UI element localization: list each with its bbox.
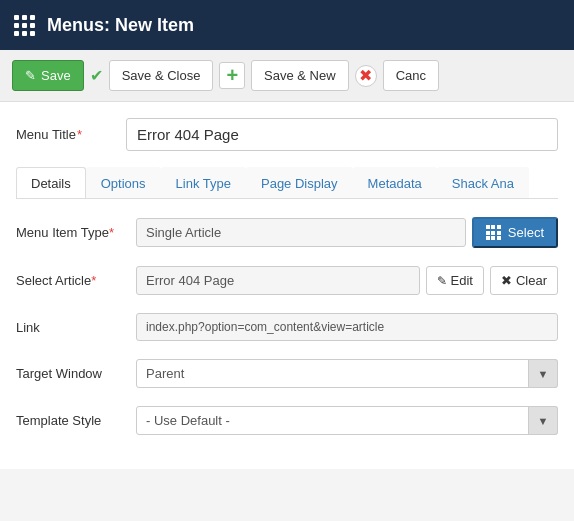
tab-page-display[interactable]: Page Display xyxy=(246,167,353,199)
link-row: Link xyxy=(16,313,558,341)
tab-shack-ana[interactable]: Shack Ana xyxy=(437,167,529,199)
link-label: Link xyxy=(16,320,136,335)
clear-label: Clear xyxy=(516,273,547,288)
tab-link-type[interactable]: Link Type xyxy=(161,167,246,199)
save-close-label: Save & Close xyxy=(122,68,201,83)
target-window-select-wrapper: Parent _blank _self _top ▼ xyxy=(136,359,558,388)
save-new-button[interactable]: Save & New xyxy=(251,60,349,91)
check-icon: ✔ xyxy=(90,66,103,85)
menu-title-label: Menu Title* xyxy=(16,127,116,142)
tab-details[interactable]: Details xyxy=(16,167,86,199)
cancel-button[interactable]: Canc xyxy=(383,60,439,91)
menu-item-type-label: Menu Item Type* xyxy=(16,225,136,240)
target-window-control: Parent _blank _self _top ▼ xyxy=(136,359,558,388)
save-close-button[interactable]: Save & Close xyxy=(109,60,214,91)
menu-item-type-control: Select xyxy=(136,217,558,248)
template-style-select[interactable]: - Use Default - xyxy=(136,406,558,435)
cancel-label: Canc xyxy=(396,68,426,83)
template-style-select-wrapper: - Use Default - ▼ xyxy=(136,406,558,435)
menu-item-type-input xyxy=(136,218,466,247)
select-button[interactable]: Select xyxy=(472,217,558,248)
header-bar: Menus: New Item xyxy=(0,0,574,50)
edit-label: Edit xyxy=(451,273,473,288)
save-new-label: Save & New xyxy=(264,68,336,83)
cancel-x-icon: ✖ xyxy=(355,65,377,87)
toolbar: ✎ Save ✔ Save & Close + Save & New ✖ Can… xyxy=(0,50,574,102)
link-control xyxy=(136,313,558,341)
target-window-label: Target Window xyxy=(16,366,136,381)
select-article-row: Select Article* ✎ Edit ✖ Clear xyxy=(16,266,558,295)
tab-options[interactable]: Options xyxy=(86,167,161,199)
target-window-select[interactable]: Parent _blank _self _top xyxy=(136,359,558,388)
edit-button[interactable]: ✎ Edit xyxy=(426,266,484,295)
save-label: Save xyxy=(41,68,71,83)
menu-item-type-row: Menu Item Type* Select xyxy=(16,217,558,248)
clear-x-icon: ✖ xyxy=(501,273,512,288)
template-style-control: - Use Default - ▼ xyxy=(136,406,558,435)
select-label: Select xyxy=(508,225,544,240)
template-style-row: Template Style - Use Default - ▼ xyxy=(16,406,558,435)
select-article-control: ✎ Edit ✖ Clear xyxy=(136,266,558,295)
select-grid-icon xyxy=(486,225,501,240)
select-article-input xyxy=(136,266,420,295)
menu-title-row: Menu Title* xyxy=(16,118,558,151)
tabs: Details Options Link Type Page Display M… xyxy=(16,167,558,199)
target-window-row: Target Window Parent _blank _self _top ▼ xyxy=(16,359,558,388)
grid-icon xyxy=(14,15,35,36)
page-title: Menus: New Item xyxy=(47,15,194,36)
clear-button[interactable]: ✖ Clear xyxy=(490,266,558,295)
select-article-label: Select Article* xyxy=(16,273,136,288)
content-area: Menu Title* Details Options Link Type Pa… xyxy=(0,102,574,469)
save-button[interactable]: ✎ Save xyxy=(12,60,84,91)
save-icon: ✎ xyxy=(25,68,36,83)
template-style-label: Template Style xyxy=(16,413,136,428)
link-input xyxy=(136,313,558,341)
edit-icon: ✎ xyxy=(437,274,447,288)
tab-metadata[interactable]: Metadata xyxy=(353,167,437,199)
plus-icon: + xyxy=(219,62,245,89)
menu-title-input[interactable] xyxy=(126,118,558,151)
